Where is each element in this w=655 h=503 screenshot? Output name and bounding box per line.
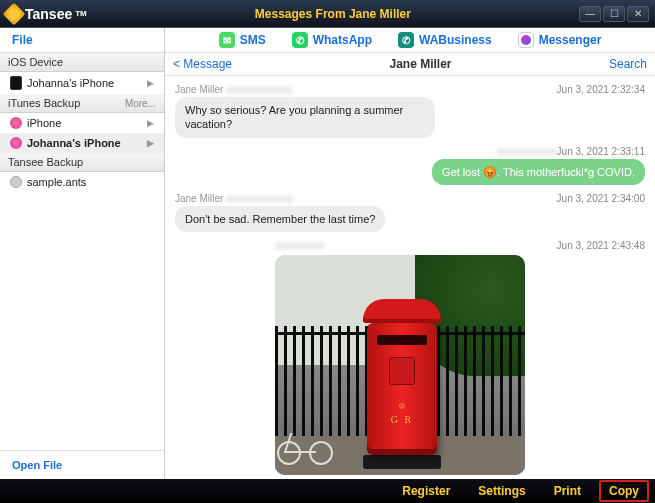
tansee-backup-item[interactable]: sample.ants xyxy=(0,172,164,192)
back-button[interactable]: < Message xyxy=(173,57,232,71)
tab-sms[interactable]: ✉SMS xyxy=(219,32,266,48)
more-link[interactable]: More... xyxy=(125,98,156,109)
messenger-icon xyxy=(518,32,534,48)
tab-wabusiness[interactable]: ✆WABusiness xyxy=(398,32,492,48)
itunes-item-iphone[interactable]: iPhone ▶ xyxy=(0,113,164,133)
window-controls: — ☐ ✕ xyxy=(579,6,649,22)
search-button[interactable]: Search xyxy=(609,57,647,71)
main-panel: ✉SMS ✆WhatsApp ✆WABusiness Messenger < M… xyxy=(165,28,655,479)
whatsapp-icon: ✆ xyxy=(292,32,308,48)
open-file-button[interactable]: Open File xyxy=(0,450,164,479)
file-tab[interactable]: File xyxy=(0,28,164,53)
message-sender: xxxxxxxxxx xyxy=(275,240,645,251)
section-title: Tansee Backup xyxy=(8,156,83,168)
copy-button[interactable]: Copy xyxy=(599,480,649,502)
sms-icon: ✉ xyxy=(219,32,235,48)
logo-icon xyxy=(3,2,26,25)
message-sender: xxxxxxxxxxxx xyxy=(175,146,645,157)
section-title: iTunes Backup xyxy=(8,97,80,109)
ants-icon xyxy=(10,176,22,188)
section-ios-device: iOS Device xyxy=(0,53,164,72)
register-button[interactable]: Register xyxy=(392,480,460,502)
minimize-button[interactable]: — xyxy=(579,6,601,22)
message-row: Jun 3, 2021 2:33:11 xxxxxxxxxxxx Get los… xyxy=(175,146,645,185)
maximize-button[interactable]: ☐ xyxy=(603,6,625,22)
chevron-right-icon: ▶ xyxy=(147,118,154,128)
device-label: Johanna's iPhone xyxy=(27,137,121,149)
message-row: Jun 3, 2021 2:34:00 Jane Miller (xxxxxxx… xyxy=(175,193,645,232)
sidebar: File iOS Device Johanna's iPhone ▶ iTune… xyxy=(0,28,165,479)
message-bubble-out: Get lost 😡. This motherfucki*g COVID. xyxy=(432,159,645,185)
wabusiness-icon: ✆ xyxy=(398,32,414,48)
app-logo: TanseeTM xyxy=(6,6,87,22)
section-itunes-backup: iTunes Backup More... xyxy=(0,94,164,113)
message-bubble-in: Why so serious? Are you planning a summe… xyxy=(175,97,435,138)
device-label: sample.ants xyxy=(27,176,86,188)
brand-text: Tansee xyxy=(25,6,72,22)
itunes-icon xyxy=(10,117,22,129)
window-title: Messages From Jane Miller xyxy=(87,7,579,21)
itunes-icon xyxy=(10,137,22,149)
messages-list[interactable]: Jun 3, 2021 2:32:34 Jane Miller (xxxxxxx… xyxy=(165,76,655,479)
postbox-graphic: ♔ G R xyxy=(363,299,441,469)
message-row: Jun 3, 2021 2:43:48 xxxxxxxxxx xyxy=(175,240,645,475)
message-photo[interactable]: ♔ G R xyxy=(275,255,525,475)
conversation-header: < Message Jane Miller Search xyxy=(165,53,655,76)
section-title: iOS Device xyxy=(8,56,63,68)
ios-device-item[interactable]: Johanna's iPhone ▶ xyxy=(0,72,164,94)
tab-whatsapp[interactable]: ✆WhatsApp xyxy=(292,32,372,48)
contact-name: Jane Miller xyxy=(232,57,609,71)
message-row: Jun 3, 2021 2:32:34 Jane Miller (xxxxxxx… xyxy=(175,84,645,138)
print-button[interactable]: Print xyxy=(544,480,591,502)
itunes-item-johanna[interactable]: Johanna's iPhone ▶ xyxy=(0,133,164,153)
message-bubble-in: Don't be sad. Remember the last time? xyxy=(175,206,385,232)
titlebar: TanseeTM Messages From Jane Miller — ☐ ✕ xyxy=(0,0,655,28)
settings-button[interactable]: Settings xyxy=(468,480,535,502)
close-button[interactable]: ✕ xyxy=(627,6,649,22)
bicycle-graphic xyxy=(277,421,337,465)
tm-text: TM xyxy=(75,9,87,18)
message-time: Jun 3, 2021 2:32:34 xyxy=(557,84,645,95)
phone-icon xyxy=(10,76,22,90)
device-label: Johanna's iPhone xyxy=(27,77,114,89)
bottom-toolbar: Register Settings Print Copy xyxy=(0,479,655,503)
chevron-right-icon: ▶ xyxy=(147,138,154,148)
chevron-right-icon: ▶ xyxy=(147,78,154,88)
tab-messenger[interactable]: Messenger xyxy=(518,32,602,48)
message-time: Jun 3, 2021 2:34:00 xyxy=(557,193,645,204)
message-type-tabs: ✉SMS ✆WhatsApp ✆WABusiness Messenger xyxy=(165,28,655,53)
device-label: iPhone xyxy=(27,117,61,129)
section-tansee-backup: Tansee Backup xyxy=(0,153,164,172)
